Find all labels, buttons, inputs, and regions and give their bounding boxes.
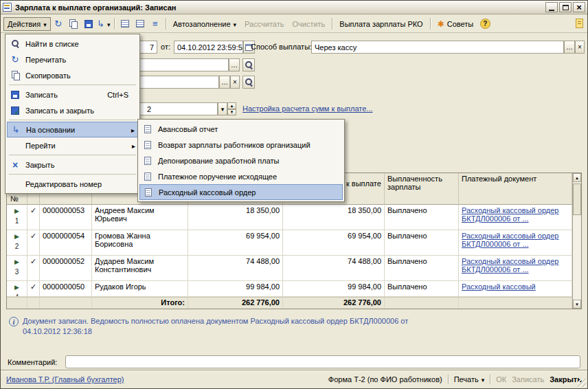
scroll-down-button[interactable]: ▼ (573, 300, 581, 309)
comment-input[interactable] (65, 355, 580, 368)
month-spinner[interactable] (227, 102, 236, 115)
row-number: 2 (8, 243, 26, 251)
organization-open-button[interactable] (242, 58, 255, 71)
toolbar-separator (430, 18, 431, 30)
menu-item-label: Перечитать (25, 56, 66, 64)
copy-button[interactable] (66, 17, 81, 31)
list-settings-button[interactable] (133, 17, 148, 31)
table-row[interactable]: 4 0000000050 Рудаков Игорь 99 984,00 99 … (7, 281, 572, 297)
submenu-item-advance-report[interactable]: Авансовый отчет (139, 121, 343, 137)
form-settings-icon[interactable] (576, 19, 583, 28)
resize-grip[interactable] (578, 379, 586, 387)
menu-item-save[interactable]: Записать Ctrl+S (7, 87, 138, 102)
submenu-item-salary-deposit[interactable]: Депонирование заработной платы (139, 153, 343, 168)
menu-item-edit-number[interactable]: Редактировать номер (7, 176, 138, 192)
close-bottom-button[interactable]: Закрыть (550, 375, 582, 384)
menu-item-copy[interactable]: Скопировать (7, 67, 138, 83)
spinner-down-icon[interactable] (227, 109, 236, 116)
tips-icon (438, 19, 444, 29)
menu-separator (9, 155, 136, 155)
spinner-up-icon[interactable] (227, 102, 236, 109)
lookup-open-button[interactable] (242, 76, 255, 89)
list-button[interactable] (117, 17, 133, 31)
submenu-item-cash-expense-order[interactable]: Расходный кассовый ордер (139, 184, 343, 200)
menu-item-based-on[interactable]: ↳ На основании (7, 122, 138, 137)
close-icon (576, 3, 582, 12)
document-icon (142, 141, 154, 149)
title-bar: Зарплата к выплате организаций: Записан (1, 1, 587, 14)
actions-button[interactable]: Действия (3, 17, 51, 31)
reread-button[interactable]: ↻ (51, 17, 66, 31)
ok-button[interactable]: ОК (496, 375, 506, 384)
total-spacer (7, 297, 27, 309)
scroll-up-button[interactable]: ▲ (573, 173, 581, 182)
reread-icon: ↻ (9, 55, 21, 64)
scrollbar-thumb[interactable] (573, 184, 581, 215)
payment-method-select-button[interactable]: … (564, 41, 575, 54)
menu-item-save-and-close[interactable]: Записать и закрыть (7, 102, 138, 118)
table-row[interactable]: 1 0000000053 Андреев Максим Юрьевич 18 3… (7, 205, 572, 230)
payment-doc-link[interactable]: Расходный кассовый ордер БКТДЛ000006 от … (462, 232, 569, 248)
autofill-button-label: Автозаполнение (173, 20, 231, 28)
payment-doc-link[interactable]: Расходный кассовый ордер БКТДЛ000006 от … (462, 206, 569, 223)
sum-cell: 18 350,00 (188, 205, 283, 230)
paid-status-cell: Выплачено (385, 205, 459, 230)
print-button[interactable]: Печать (454, 375, 485, 384)
minimize-button[interactable] (545, 2, 558, 12)
clear-button[interactable]: Очистить (288, 17, 329, 31)
pay-rko-button[interactable]: Выплата зарплаты РКО (335, 17, 427, 31)
menu-item-label: Записать и закрыть (25, 107, 94, 115)
payment-method-label: Способ выплаты: (251, 43, 312, 51)
maximize-button[interactable] (559, 2, 572, 12)
calculate-button[interactable]: Рассчитать (240, 17, 288, 31)
lookup-select-button[interactable]: … (219, 76, 230, 89)
table-row[interactable]: 3 0000000052 Дударев Максим Константинов… (7, 256, 572, 281)
help-button[interactable] (477, 17, 493, 31)
menu-item-label: Записать (25, 91, 58, 99)
payable-cell: 74 488,00 (283, 256, 385, 281)
table-total-row: Итого: 262 776,00 262 776,00 (7, 297, 572, 309)
menu-item-close[interactable]: Закрыть (7, 157, 138, 173)
payment-method-clear-button[interactable]: × (575, 41, 585, 54)
save-bottom-button[interactable]: Записать (512, 375, 544, 384)
payment-doc-link[interactable]: Расходный кассовый (462, 282, 569, 291)
row-checkbox[interactable] (30, 282, 36, 291)
row-checkbox[interactable] (30, 257, 36, 265)
month-value: 2 (147, 105, 151, 113)
chevron-down-icon (482, 375, 485, 384)
status-bar: Иванова Т.Р. (Главный бухгалтер) Форма Т… (1, 370, 587, 388)
month-dropdown-button[interactable] (218, 102, 227, 115)
menu-item-label: Скопировать (25, 71, 71, 80)
payment-method-field[interactable]: Через кассу (311, 41, 564, 54)
tips-button[interactable]: Советы (433, 17, 478, 31)
save-button[interactable] (81, 17, 96, 31)
menu-item-go-to[interactable]: Перейти (7, 137, 138, 153)
responsible-user-link[interactable]: Иванова Т.Р. (Главный бухгалтер) (6, 375, 124, 384)
menu-item-reread[interactable]: ↻ Перечитать (7, 52, 138, 67)
chevron-down-icon (234, 20, 237, 28)
form-t2-button[interactable]: Форма Т-2 (по ФИО работников) (328, 375, 442, 384)
payable-cell: 18 350,00 (283, 205, 385, 230)
sum-cell: 69 954,00 (188, 230, 283, 256)
row-checkbox[interactable] (30, 206, 36, 214)
table-row[interactable]: 2 0000000054 Громова Жанна Борисовна 69 … (7, 230, 572, 256)
lookup-clear-button[interactable]: × (230, 76, 240, 89)
close-button[interactable] (573, 2, 585, 12)
statusbar-buttons: Форма Т-2 (по ФИО работников) Печать ОК … (328, 375, 582, 384)
row-number: 1 (8, 217, 26, 225)
payout-settings-link[interactable]: Настройка расчета сумм к выплате... (242, 104, 373, 113)
submenu-item-salary-return[interactable]: Возврат зарплаты работников организаций (139, 137, 343, 153)
structure-button[interactable]: ≡ (148, 17, 163, 31)
menu-item-label: Редактировать номер (25, 180, 102, 188)
create-based-on-button[interactable]: ↳ (96, 17, 111, 31)
menu-separator (9, 174, 136, 175)
date-field[interactable]: 04.10.2012 23:59:59 (174, 41, 243, 54)
vertical-scrollbar[interactable]: ▲ ▼ (572, 173, 581, 309)
menu-item-find-in-list[interactable]: Найти в списке (7, 36, 138, 52)
autofill-button[interactable]: Автозаполнение (169, 17, 240, 31)
row-checkbox[interactable] (30, 232, 36, 240)
submenu-item-outgoing-payment-order[interactable]: Платежное поручение исходящее (139, 168, 343, 184)
date-value: 04.10.2012 23:59:59 (177, 43, 243, 52)
payment-doc-link[interactable]: Расходный кассовый ордер БКТДЛ000006 от … (462, 257, 569, 274)
organization-select-button[interactable]: … (229, 58, 240, 71)
